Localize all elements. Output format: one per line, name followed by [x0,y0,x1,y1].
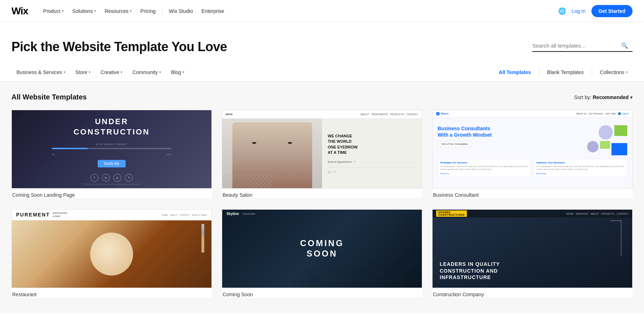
thumb-uc-footer: © 2023 by Under Construction. Proudly cr… [82,183,141,185]
cat-creative[interactable]: Creative ▾ [96,67,127,77]
template-label-5: Coming Soon [222,292,422,297]
template-label-1: Coming Soon Landing Page [11,192,212,198]
template-card[interactable]: PUREMENT BRASSERIE& BAR HOME ABOUT CONTA… [11,209,212,297]
thumb-biz-card-link-1: About Us [440,172,528,175]
thumb-rest-nav: HOME ABOUT CONTACT BOOK A TABLE [161,214,207,216]
thumb-uc-progress-fill [52,148,88,149]
cat-nav-divider-2 [592,69,592,76]
nav-wix-studio[interactable]: Wix Studio [165,6,196,16]
thumb-biz-card-text-1: I'm a paragraph. Click here to add your … [440,165,528,171]
thumb-const-title: LEADERS IN QUALITYCONSTRUCTION ANDINFRAS… [440,261,500,280]
nav-enterprise[interactable]: Enterprise [198,6,228,16]
template-thumbnail-6: SPHERECONSTRUCTIONS HOME SERVICES ABOUT … [432,209,633,288]
thumb-construction: SPHERECONSTRUCTIONS HOME SERVICES ABOUT … [433,210,632,288]
thumb-biz-logo-icon: A [436,112,440,116]
thumb-beauty-eye-left [252,142,257,144]
thumb-biz-nav-links: About Us Our Services Let's Talk 🔵 Log I… [576,112,629,115]
nav-pricing[interactable]: Pricing [137,6,159,16]
get-started-button[interactable]: Get Started [591,5,633,17]
thumb-uc-progress-labels: 0%100% [52,153,172,156]
thumb-biz-logo: A Risen [436,112,449,116]
thumb-uc-notify-button[interactable]: Notify Me [98,160,126,167]
decorative-circle-purple-2 [587,141,599,152]
thumb-const-nav: SPHERECONSTRUCTIONS HOME SERVICES ABOUT … [433,210,632,218]
facebook-icon: f [91,174,98,182]
cat-business-services[interactable]: Business & Services ▾ [11,67,70,77]
navbar: Wix Product ▾ Solutions ▾ Resources ▾ Pr… [0,0,644,22]
chevron-down-icon: ▾ [130,9,132,13]
chevron-down-icon: ▾ [626,70,628,74]
template-label-4: Restaurant [11,292,212,297]
nav-divider [162,8,162,15]
globe-icon[interactable]: 🌐 [558,7,566,15]
thumb-biz-card-1: Strategies for Success I'm a paragraph. … [438,159,531,177]
thumb-const-nav-links: HOME SERVICES ABOUT PROJECTS CONTACT [566,213,629,215]
thumb-uc-social-icons: f in ◎ 𝕏 [91,174,133,182]
thumb-cs-logo: Skyline [226,212,239,216]
linkedin-icon: in [102,174,110,182]
decorative-rect-blue [611,143,627,155]
decorative-rect-green-2 [600,141,610,149]
search-icon[interactable]: 🔍 [621,42,628,49]
cat-store[interactable]: Store ▾ [70,67,96,77]
decorative-circle-purple [599,125,613,140]
thumb-rest-tag: BRASSERIE& BAR [53,212,67,218]
thumb-uc-subtitle: SITE NEARLY READY [96,143,127,146]
thumb-biz-cards: Strategies for Success I'm a paragraph. … [438,159,627,177]
template-card[interactable]: BRW ABOUT TREATMENTS PRODUCTS CONTACT [222,110,422,198]
cat-nav-left: Business & Services ▾ Store ▾ Creative ▾… [11,67,492,77]
template-card[interactable]: Skyline Subscribe COMINGSOON Coming Soon [222,209,422,297]
nav-links: Product ▾ Solutions ▾ Resources ▾ Pricin… [40,6,547,16]
thumb-rest-content [12,220,211,288]
category-nav: Business & Services ▾ Store ▾ Creative ▾… [0,63,644,82]
template-thumbnail-1: UNDERCONSTRUCTION SITE NEARLY READY 0%10… [11,110,212,189]
search-input[interactable] [532,43,618,49]
thumb-rest-wine-glass [201,224,204,253]
thumb-business: A Risen About Us Our Services Let's Talk… [433,110,632,188]
template-card[interactable]: A Risen About Us Our Services Let's Talk… [432,110,633,198]
thumb-biz-card-2: Optimize Your Business I'm a paragraph. … [534,159,627,177]
wix-logo[interactable]: Wix [11,5,28,17]
thumb-cs-title: COMINGSOON [300,238,344,259]
template-card[interactable]: UNDERCONSTRUCTION SITE NEARLY READY 0%10… [11,110,212,198]
hero-section: Pick the Website Template You Love 🔍 [0,22,644,63]
thumb-beauty-logo: BRW [226,113,233,116]
cat-community[interactable]: Community ▾ [127,67,166,77]
nav-solutions[interactable]: Solutions ▾ [69,6,100,16]
thumb-beauty-divider [328,167,416,167]
thumb-beauty-headline: WE CHANGETHE WORLDONE EYEBROWAT A TIME [328,133,416,156]
thumb-restaurant: PUREMENT BRASSERIE& BAR HOME ABOUT CONTA… [12,210,211,288]
cat-blank-templates[interactable]: Blank Templates [542,67,589,77]
thumb-biz-headline: Business ConsultantsWith a Growth Mindse… [438,125,584,138]
thumb-beauty-text: WE CHANGETHE WORLDONE EYEBROWAT A TIME B… [322,119,422,188]
nav-product[interactable]: Product ▾ [40,6,67,16]
login-button[interactable]: Log In [572,8,586,14]
template-thumbnail-2: BRW ABOUT TREATMENTS PRODUCTS CONTACT [222,110,422,189]
nav-resources[interactable]: Resources ▾ [101,6,135,16]
thumb-const-badge: SPHERECONSTRUCTIONS [436,210,467,217]
sort-control[interactable]: Sort by: Recommended ▾ [574,94,633,100]
chevron-down-icon: ▾ [89,70,91,74]
twitter-icon: 𝕏 [125,174,133,182]
thumb-const-text: LEADERS IN QUALITYCONSTRUCTION ANDINFRAS… [440,261,500,280]
chevron-down-icon: ▾ [94,9,96,13]
thumb-under-construction: UNDERCONSTRUCTION SITE NEARLY READY 0%10… [12,110,211,188]
templates-grid: UNDERCONSTRUCTION SITE NEARLY READY 0%10… [11,110,633,297]
cat-blog[interactable]: Blog ▾ [166,67,189,77]
thumb-rest-plate [90,233,133,275]
thumb-rest-food [12,220,211,288]
chevron-down-icon: ▾ [64,70,65,74]
thumb-biz-card-title-2: Optimize Your Business [536,161,625,164]
instagram-icon: ◎ [113,174,121,182]
template-label-6: Construction Company [432,292,633,297]
thumb-beauty-eye-right [288,142,292,144]
cat-all-templates[interactable]: All Templates [494,67,536,77]
page-title: Pick the Website Template You Love [11,39,227,54]
chevron-down-icon: ▾ [62,9,64,13]
thumb-beauty-social: ◎ f 𝕏 [328,170,416,174]
template-card[interactable]: SPHERECONSTRUCTIONS HOME SERVICES ABOUT … [432,209,633,297]
cat-collections[interactable]: Collections ▾ [595,67,633,77]
template-label-3: Business Consultant [432,192,633,198]
nav-right: 🌐 Log In Get Started [558,5,633,17]
thumb-beauty-diagonal [222,174,272,188]
